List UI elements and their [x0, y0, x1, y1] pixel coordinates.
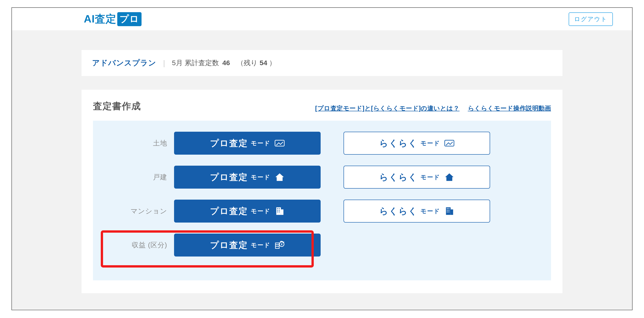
mode-button-area: 土地 プロ査定 モード らくらく モード [93, 121, 551, 280]
btn-text-big: らくらく [379, 171, 418, 183]
svg-rect-5 [279, 208, 280, 209]
btn-text-small: モード [420, 139, 440, 147]
svg-rect-16 [447, 212, 448, 212]
svg-rect-11 [451, 210, 453, 215]
app-header: AI査定 プロ ログアウト [12, 8, 632, 30]
plan-remaining: （残り 54 ） [237, 58, 276, 68]
svg-rect-3 [281, 210, 284, 215]
svg-rect-7 [279, 210, 280, 211]
row-land: 土地 プロ査定 モード らくらく モード [108, 132, 536, 155]
plan-remain-prefix: （残り [237, 59, 258, 67]
logo-main: AI査定 [84, 12, 116, 26]
svg-rect-8 [277, 212, 278, 212]
svg-rect-18 [276, 243, 280, 248]
building-icon [274, 206, 285, 216]
btn-text-small: モード [251, 173, 270, 181]
link-mode-difference[interactable]: [プロ査定モード]と[らくらくモード]の違いとは？ [315, 104, 460, 112]
income-pro-mode-button[interactable]: プロ査定 モード ¥ [174, 234, 321, 256]
btn-text-big: らくらく [379, 137, 418, 149]
building-icon [444, 206, 454, 216]
row-income: 収益 (区分) プロ査定 モード [108, 234, 536, 256]
logo-badge: プロ [117, 12, 142, 26]
label-mansion: マンション [108, 207, 167, 216]
house-icon [444, 172, 454, 182]
svg-rect-4 [277, 208, 278, 209]
btn-text-big: プロ査定 [210, 171, 248, 183]
btn-text-small: モード [251, 241, 270, 249]
btn-text-big: プロ査定 [210, 205, 248, 217]
app-frame: AI査定 プロ ログアウト アドバンスプラン | 5月 累計査定数 46 （残り [12, 7, 632, 310]
svg-rect-9 [279, 212, 280, 212]
land-icon [444, 138, 454, 148]
btn-text-small: モード [251, 139, 270, 147]
label-land: 土地 [108, 138, 167, 148]
mansion-easy-mode-button[interactable]: らくらく モード [344, 200, 490, 223]
mansion-pro-mode-button[interactable]: プロ査定 モード [174, 200, 321, 223]
row-house: 戸建 プロ査定 モード らくらく モード [108, 166, 536, 189]
land-easy-mode-button[interactable]: らくらく モード [344, 132, 490, 155]
app-logo: AI査定 プロ [84, 12, 142, 26]
house-icon [274, 172, 285, 182]
svg-rect-2 [276, 207, 281, 215]
btn-text-big: プロ査定 [210, 137, 248, 149]
yen-cycle-icon: ¥ [274, 240, 285, 250]
plan-stat-value: 46 [222, 59, 230, 67]
label-house: 戸建 [108, 173, 167, 182]
plan-stat: 5月 累計査定数 46 [172, 58, 230, 68]
row-mansion: マンション プロ査定 モード らくらく モード [108, 200, 536, 223]
create-title: 査定書作成 [93, 100, 141, 112]
land-pro-mode-button[interactable]: プロ査定 モード [174, 132, 321, 155]
svg-text:¥: ¥ [281, 243, 283, 246]
logout-button[interactable]: ログアウト [569, 12, 613, 26]
svg-rect-13 [448, 208, 449, 209]
create-assessment-panel: 査定書作成 [プロ査定モード]と[らくらくモード]の違いとは？ らくらくモード操… [82, 90, 562, 293]
label-income: 収益 (区分) [108, 240, 167, 250]
svg-rect-17 [448, 212, 449, 212]
land-icon [274, 138, 285, 148]
main-area: アドバンスプラン | 5月 累計査定数 46 （残り 54 ） 査定書作成 [12, 30, 632, 309]
plan-remain-value: 54 [260, 59, 267, 67]
svg-rect-14 [447, 210, 448, 211]
plan-bar: アドバンスプラン | 5月 累計査定数 46 （残り 54 ） [82, 50, 562, 76]
plan-separator: | [163, 59, 165, 67]
svg-rect-10 [446, 207, 450, 215]
link-easy-mode-video[interactable]: らくらくモード操作説明動画 [468, 104, 551, 112]
svg-rect-12 [447, 208, 448, 209]
house-pro-mode-button[interactable]: プロ査定 モード [174, 166, 321, 189]
svg-rect-15 [448, 210, 449, 211]
svg-rect-6 [277, 210, 278, 211]
btn-text-small: モード [251, 207, 270, 215]
plan-name: アドバンスプラン [92, 58, 156, 68]
btn-text-small: モード [420, 173, 440, 181]
btn-text-small: モード [420, 207, 440, 215]
logo-text: AI査定 プロ [84, 12, 142, 26]
btn-text-big: らくらく [379, 205, 418, 217]
btn-text-big: プロ査定 [210, 239, 248, 251]
house-easy-mode-button[interactable]: らくらく モード [344, 166, 490, 189]
plan-remain-suffix: ） [269, 59, 276, 67]
plan-stat-label: 5月 累計査定数 [172, 59, 219, 67]
